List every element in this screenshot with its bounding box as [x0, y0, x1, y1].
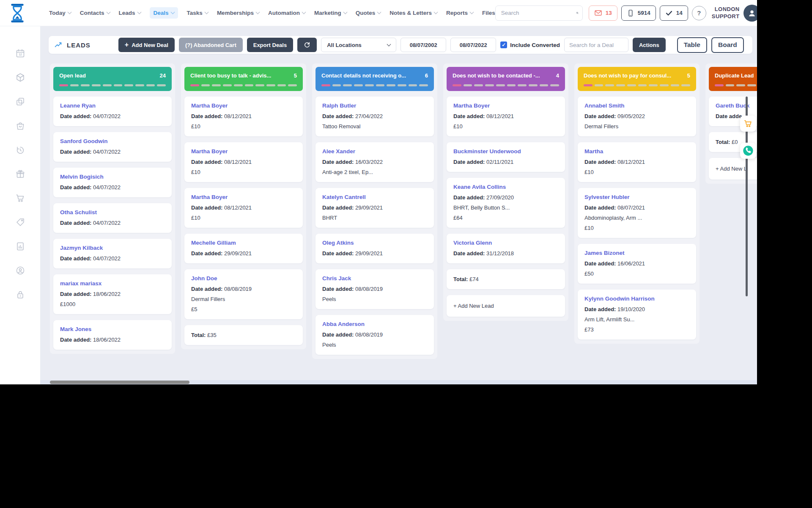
lead-name-link[interactable]: Sanford Goodwin [60, 138, 165, 144]
lead-name-link[interactable]: Buckminster Underwood [453, 148, 558, 155]
search-icon[interactable] [576, 9, 579, 17]
lead-card[interactable]: Ralph ButlerDate added: 27/04/2022Tattoo… [315, 97, 434, 136]
lead-name-link[interactable]: Leanne Ryan [60, 102, 165, 109]
global-search-input[interactable] [501, 10, 576, 16]
lead-name-link[interactable]: Kylynn Goodwin Harrison [584, 295, 689, 302]
lead-name-link[interactable]: Katelyn Cantrell [322, 194, 427, 200]
phone-badge[interactable]: 5914 [621, 6, 656, 21]
lead-card[interactable]: Sylvester HublerDate added: 08/07/2021Ab… [578, 188, 696, 238]
nav-item-automation[interactable]: Automation [268, 10, 305, 16]
lead-name-link[interactable]: Melvin Bogisich [60, 174, 165, 180]
tag-icon[interactable] [15, 217, 25, 227]
board-view-button[interactable]: Board [711, 37, 744, 53]
lead-card[interactable]: Jazmyn KilbackDate added: 04/07/2022 [53, 239, 172, 268]
global-search[interactable] [495, 6, 583, 21]
nav-item-quotes[interactable]: Quotes [356, 10, 381, 16]
cart-icon[interactable] [15, 193, 25, 203]
table-view-button[interactable]: Table [677, 37, 707, 53]
lead-card[interactable]: Sanford GoodwinDate added: 04/07/2022 [53, 132, 172, 162]
lead-card[interactable]: Victoria GlennDate added: 31/12/2018 [447, 234, 565, 263]
lead-card[interactable]: Buckminster UnderwoodDate added: 02/11/2… [447, 142, 565, 172]
help-button[interactable]: ? [692, 6, 706, 20]
lead-name-link[interactable]: John Doe [191, 275, 296, 282]
lead-card[interactable]: Annabel SmithDate added: 09/05/2022Derma… [578, 97, 696, 136]
nav-item-tasks[interactable]: Tasks [187, 10, 208, 16]
lead-card[interactable]: Martha BoyerDate added: 08/12/2021£10 [184, 142, 303, 182]
lead-card[interactable]: mariax mariasxDate added: 18/06/2022£100… [53, 274, 172, 314]
lead-name-link[interactable]: Jazmyn Kilback [60, 245, 165, 251]
lead-name-link[interactable]: Chris Jack [322, 275, 427, 282]
horizontal-scrollbar-thumb[interactable] [50, 381, 189, 384]
lead-card[interactable]: Martha BoyerDate added: 08/12/2021£10 [447, 97, 565, 136]
report-icon[interactable] [15, 241, 25, 251]
lead-card[interactable]: Katelyn CantrellDate added: 29/09/2021BH… [315, 188, 434, 228]
lead-name-link[interactable]: Mark Jones [60, 326, 165, 332]
nav-item-memberships[interactable]: Memberships [217, 10, 259, 16]
add-new-lead-button[interactable]: + Add New L [709, 158, 757, 179]
nav-item-today[interactable]: Today [49, 10, 71, 16]
lead-card[interactable]: Alee XanderDate added: 16/03/2022Anti-ag… [315, 142, 434, 182]
actions-button[interactable]: Actions [633, 38, 666, 52]
lead-name-link[interactable]: Martha Boyer [191, 102, 296, 109]
basket-icon[interactable] [15, 121, 25, 131]
lock-icon[interactable] [15, 290, 25, 300]
abandoned-cart-button[interactable]: (?) Abandoned Cart [179, 38, 243, 52]
lead-name-link[interactable]: Alee Xander [322, 148, 427, 155]
lead-card[interactable]: Mark JonesDate added: 18/06/2022 [53, 320, 172, 350]
lead-name-link[interactable]: James Bizonet [584, 250, 689, 256]
nav-item-reports[interactable]: Reports [446, 10, 473, 16]
package-icon[interactable] [15, 72, 25, 83]
export-deals-button[interactable]: Export Deals [247, 38, 293, 52]
lead-name-link[interactable]: Martha Boyer [191, 148, 296, 155]
lead-card[interactable]: MarthaDate added: 08/12/2021£10 [578, 142, 696, 182]
lead-name-link[interactable]: Oleg Atkins [322, 240, 427, 246]
whatsapp-floating-button[interactable] [740, 143, 756, 159]
lead-name-link[interactable]: Mechelle Gilliam [191, 240, 296, 246]
nav-item-deals[interactable]: Deals [150, 7, 178, 19]
date-to-input[interactable] [450, 38, 496, 52]
lead-name-link[interactable]: Abba Anderson [322, 321, 427, 327]
calendar-icon[interactable]: 12 [15, 48, 25, 58]
brand-logo[interactable] [9, 3, 25, 23]
lead-card[interactable]: Martha BoyerDate added: 08/12/2021£10 [184, 97, 303, 136]
gift-icon[interactable] [15, 169, 25, 179]
avatar[interactable] [743, 5, 757, 22]
deal-search-input[interactable] [564, 38, 628, 52]
lead-card[interactable]: Melvin BogisichDate added: 04/07/2022 [53, 168, 172, 197]
checkbox-checked-icon[interactable]: ✓ [500, 41, 507, 48]
include-converted-toggle[interactable]: ✓ Include Converted [500, 41, 560, 48]
lead-name-link[interactable]: Annabel Smith [584, 102, 689, 109]
lead-name-link[interactable]: mariax mariasx [60, 280, 165, 287]
lead-card[interactable]: Oleg AtkinsDate added: 29/09/2021 [315, 234, 434, 263]
lead-name-link[interactable]: Martha [584, 148, 689, 155]
lead-name-link[interactable]: Gareth Buck [716, 102, 757, 109]
copy-icon[interactable] [15, 97, 25, 107]
lead-card[interactable]: Chris JackDate added: 08/08/2019Peels [315, 269, 434, 309]
lead-card[interactable]: James BizonetDate added: 16/06/2021£50 [578, 244, 696, 284]
lead-name-link[interactable]: Victoria Glenn [453, 240, 558, 246]
lead-card[interactable]: Mechelle GilliamDate added: 29/09/2021 [184, 234, 303, 263]
lead-name-link[interactable]: Otha Schulist [60, 209, 165, 215]
nav-item-marketing[interactable]: Marketing [314, 10, 347, 16]
nav-item-leads[interactable]: Leads [119, 10, 141, 16]
nav-item-notes-letters[interactable]: Notes & Letters [390, 10, 437, 16]
lead-card[interactable]: Otha SchulistDate added: 04/07/2022 [53, 203, 172, 233]
lead-card[interactable]: Keane Avila CollinsDate added: 27/09/202… [447, 178, 565, 228]
lead-name-link[interactable]: Sylvester Hubler [584, 194, 689, 200]
account-icon[interactable] [15, 265, 25, 276]
lead-name-link[interactable]: Ralph Butler [322, 102, 427, 109]
lead-name-link[interactable]: Keane Avila Collins [453, 184, 558, 190]
add-new-lead-button[interactable]: + Add New Lead [447, 295, 565, 317]
lead-name-link[interactable]: Martha Boyer [191, 194, 296, 200]
add-new-deal-button[interactable]: +Add New Deal [118, 38, 175, 52]
history-icon[interactable] [15, 145, 25, 155]
lead-card[interactable]: Martha BoyerDate added: 08/12/2021£10 [184, 188, 303, 228]
tasks-badge[interactable]: 14 [660, 6, 688, 21]
lead-card[interactable]: Abba AndersonDate added: 08/08/2019Peels [315, 315, 434, 355]
location-filter-select[interactable]: All Locations [321, 38, 396, 52]
lead-card[interactable]: John DoeDate added: 08/08/2019Dermal Fil… [184, 269, 303, 319]
lead-card[interactable]: Kylynn Goodwin HarrisonDate added: 19/10… [578, 290, 696, 340]
cart-floating-button[interactable] [740, 116, 756, 132]
refresh-button[interactable] [297, 38, 317, 52]
date-from-input[interactable] [401, 38, 446, 52]
